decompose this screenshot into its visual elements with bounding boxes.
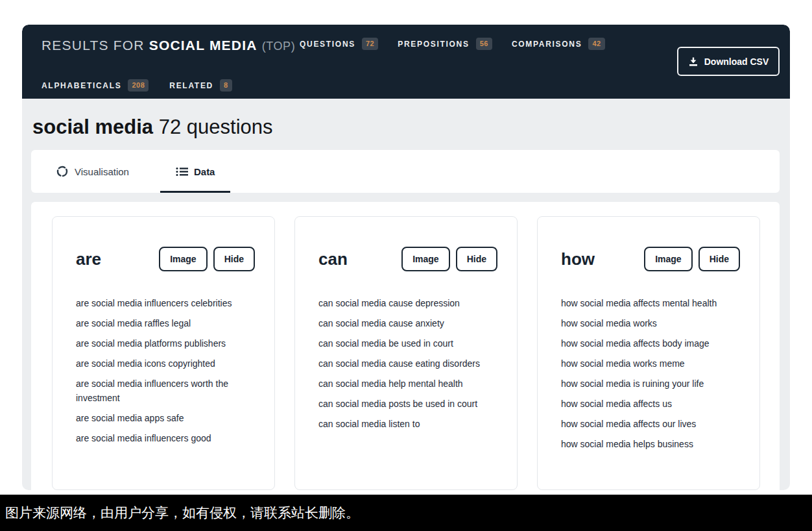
question-item[interactable]: how social media affects body image — [561, 336, 740, 351]
tab-label: Visualisation — [75, 166, 129, 177]
question-list: are social media influencers celebrities… — [76, 296, 255, 445]
question-item[interactable]: are social media influencers good — [76, 431, 255, 445]
question-item[interactable]: are social media icons copyrighted — [76, 356, 255, 371]
question-item[interactable]: how social media helps business — [561, 437, 740, 451]
tab-visualisation[interactable]: Visualisation — [49, 150, 136, 193]
nav-item-label: COMPARISONS — [512, 40, 582, 49]
nav-item-prepositions[interactable]: PREPOSITIONS 56 — [398, 35, 492, 53]
image-attribution-bar: 图片来源网络，由用户分享，如有侵权，请联系站长删除。 — [0, 495, 812, 531]
image-button[interactable]: Image — [644, 247, 692, 271]
page-title: social media 72 questions — [32, 116, 790, 139]
question-item[interactable]: can social media posts be used in court — [318, 397, 497, 411]
question-item[interactable]: are social media apps safe — [76, 411, 255, 425]
question-item[interactable]: are social media influencers celebrities — [76, 296, 255, 310]
count-badge: 42 — [588, 38, 604, 50]
count-badge: 208 — [128, 79, 149, 92]
nav-item-label: QUESTIONS — [300, 40, 355, 49]
question-item[interactable]: how social media works meme — [561, 356, 740, 371]
question-column-can: can Image Hide can social media cause de… — [294, 216, 518, 490]
nav-item-related[interactable]: RELATED 8 — [169, 77, 232, 94]
results-title-scope: (TOP) — [262, 40, 296, 53]
column-actions: Image Hide — [159, 247, 255, 271]
question-column-are: are Image Hide are social media influenc… — [52, 216, 275, 490]
question-item[interactable]: can social media cause eating disorders — [318, 356, 497, 371]
download-csv-button[interactable]: Download CSV — [677, 47, 780, 76]
nav-item-label: PREPOSITIONS — [398, 40, 469, 49]
attribution-text: 图片来源网络，由用户分享，如有侵权，请联系站长删除。 — [5, 504, 359, 522]
nav-item-label: RELATED — [169, 81, 213, 90]
data-tab-panel: are Image Hide are social media influenc… — [31, 202, 780, 490]
page-title-term: social media — [32, 116, 153, 138]
column-term: can — [318, 249, 348, 269]
question-item[interactable]: can social media listen to — [318, 417, 497, 431]
header-nav-row-2: ALPHABETICALS 208 RELATED 8 — [42, 77, 232, 94]
column-term: how — [561, 249, 595, 269]
question-item[interactable]: are social media influencers worth the i… — [76, 377, 255, 405]
results-title-term: SOCIAL MEDIA — [149, 38, 257, 53]
nav-item-alphabeticals[interactable]: ALPHABETICALS 208 — [42, 77, 149, 94]
count-badge: 56 — [476, 38, 492, 50]
nav-item-label: ALPHABETICALS — [42, 81, 121, 90]
header-nav-row-1: QUESTIONS 72 PREPOSITIONS 56 COMPARISONS… — [300, 35, 605, 53]
question-item[interactable]: can social media cause anxiety — [318, 316, 497, 330]
results-title-prefix: RESULTS FOR — [42, 38, 145, 53]
results-panel: RESULTS FOR SOCIAL MEDIA (TOP) QUESTIONS… — [22, 25, 790, 490]
nav-item-questions[interactable]: QUESTIONS 72 — [300, 35, 378, 53]
column-header: can Image Hide — [318, 247, 497, 271]
page-title-count: 72 questions — [159, 116, 273, 138]
question-item[interactable]: are social media raffles legal — [76, 316, 255, 330]
question-item[interactable]: how social media affects our lives — [561, 417, 740, 431]
question-column-how: how Image Hide how social media affects … — [537, 216, 760, 490]
question-item[interactable]: can social media help mental health — [318, 377, 497, 391]
question-item[interactable]: how social media affects us — [561, 397, 740, 411]
tab-data[interactable]: Data — [169, 150, 222, 193]
hide-button[interactable]: Hide — [699, 247, 740, 271]
question-item[interactable]: how social media works — [561, 316, 740, 330]
image-button[interactable]: Image — [401, 247, 449, 271]
count-badge: 72 — [362, 38, 378, 50]
question-item[interactable]: are social media platforms publishers — [76, 336, 255, 351]
column-header: are Image Hide — [76, 247, 255, 271]
question-list: how social media affects mental healthho… — [561, 296, 740, 451]
column-actions: Image Hide — [644, 247, 740, 271]
column-term: are — [76, 249, 101, 269]
question-item[interactable]: how social media is ruining your life — [561, 377, 740, 391]
visualisation-icon — [56, 165, 69, 178]
data-list-icon — [176, 167, 188, 177]
question-item[interactable]: can social media be used in court — [318, 336, 497, 351]
results-header: RESULTS FOR SOCIAL MEDIA (TOP) QUESTIONS… — [22, 25, 790, 99]
question-item[interactable]: can social media cause depression — [318, 296, 497, 310]
hide-button[interactable]: Hide — [456, 247, 497, 271]
hide-button[interactable]: Hide — [213, 247, 255, 271]
image-button[interactable]: Image — [159, 247, 207, 271]
nav-item-comparisons[interactable]: COMPARISONS 42 — [512, 35, 605, 53]
download-csv-label: Download CSV — [704, 56, 769, 67]
column-actions: Image Hide — [401, 247, 497, 271]
column-header: how Image Hide — [561, 247, 740, 271]
view-tabs: Visualisation Data — [31, 150, 780, 193]
tab-label: Data — [194, 166, 215, 177]
results-title: RESULTS FOR SOCIAL MEDIA (TOP) — [42, 38, 295, 53]
count-badge: 8 — [220, 79, 232, 92]
question-item[interactable]: how social media affects mental health — [561, 296, 740, 310]
download-icon — [688, 56, 699, 67]
question-list: can social media cause depressioncan soc… — [318, 296, 497, 431]
